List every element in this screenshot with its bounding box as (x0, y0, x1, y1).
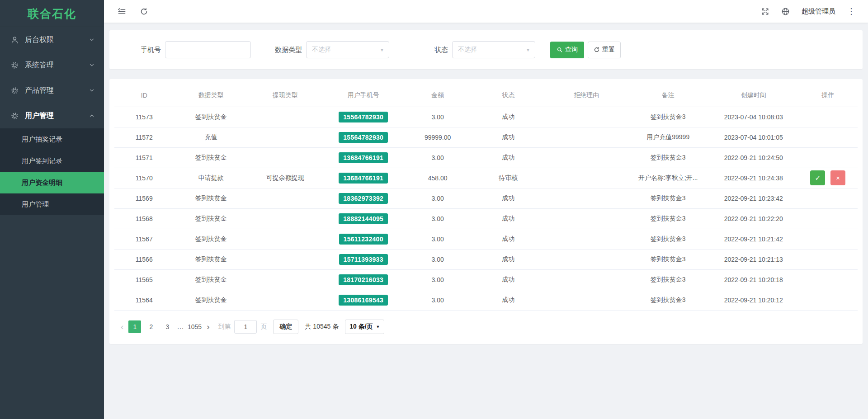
cell-data-type: 签到扶贫金 (174, 290, 248, 310)
phone-badge: 18362973392 (339, 193, 388, 204)
sidebar-item-user-management[interactable]: 用户管理 (0, 103, 104, 128)
reject-button[interactable]: × (830, 170, 845, 185)
cell-withdraw-type: 可提余额提现 (248, 168, 322, 188)
data-type-select-value: 不选择 (312, 46, 331, 54)
page-button-3[interactable]: 3 (161, 320, 174, 333)
admin-user-menu[interactable]: 超级管理员 (802, 7, 835, 16)
table-row: 11568 签到扶贫金 18882144095 3.00 成功 签到扶贫金3 2… (114, 208, 858, 229)
data-type-select[interactable]: 不选择 ▼ (306, 41, 389, 58)
cell-withdraw-type (248, 127, 322, 147)
cell-data-type: 签到扶贫金 (174, 229, 248, 249)
sidebar-item-label: 用户管理 (25, 111, 89, 121)
records-table: ID 数据类型 提现类型 用户手机号 金额 状态 拒绝理由 备注 创建时间 操作 (114, 85, 858, 311)
cell-status: 成功 (471, 269, 545, 290)
cell-actions (798, 229, 858, 249)
cell-reject-reason (545, 188, 627, 208)
phone-filter-input[interactable] (165, 41, 251, 58)
phone-filter-label: 手机号 (141, 46, 161, 54)
cell-withdraw-type (248, 107, 322, 127)
cell-amount: 3.00 (404, 188, 471, 208)
cell-amount: 3.00 (404, 208, 471, 229)
cell-status: 成功 (471, 290, 545, 310)
status-select[interactable]: 不选择 ▼ (452, 41, 535, 58)
cell-id: 11564 (114, 290, 174, 310)
cell-status: 成功 (471, 249, 545, 269)
sidebar-subitem-lottery-records[interactable]: 用户抽奖记录 (0, 128, 104, 150)
cell-reject-reason (545, 107, 627, 127)
cell-amount: 3.00 (404, 229, 471, 249)
cell-status: 成功 (471, 229, 545, 249)
table-row: 11573 签到扶贫金 15564782930 3.00 成功 签到扶贫金3 2… (114, 107, 858, 127)
cell-id: 11568 (114, 208, 174, 229)
chevron-up-icon (89, 113, 95, 119)
sidebar-submenu: 用户抽奖记录 用户签到记录 用户资金明细 用户管理 (0, 128, 104, 215)
page-button-2[interactable]: 2 (145, 320, 157, 333)
records-table-card: ID 数据类型 提现类型 用户手机号 金额 状态 拒绝理由 备注 创建时间 操作 (109, 79, 863, 344)
sidebar-subitem-signin-records[interactable]: 用户签到记录 (0, 150, 104, 172)
goto-page-input[interactable] (234, 320, 257, 334)
cell-reject-reason (545, 229, 627, 249)
cell-reject-reason (545, 147, 627, 168)
cell-created-at: 2023-07-04 10:01:05 (709, 127, 798, 147)
gear-icon (10, 61, 19, 70)
sidebar-item-label: 产品管理 (25, 86, 89, 95)
col-status: 状态 (471, 85, 545, 107)
chevron-down-icon (89, 87, 95, 94)
total-count-label: 共 10545 条 (305, 323, 339, 331)
fullscreen-icon[interactable] (761, 7, 769, 16)
sidebar-subitem-user-management[interactable]: 用户管理 (0, 193, 104, 215)
page-content: 手机号 数据类型 不选择 ▼ 状态 不选择 ▼ (104, 23, 868, 419)
more-options-icon[interactable]: ⋮ (847, 7, 855, 15)
next-page-button[interactable]: › (203, 322, 212, 332)
reset-button[interactable]: 重置 (588, 42, 621, 58)
cell-withdraw-type (248, 208, 322, 229)
pagination: ‹ 1 2 3 ... 1055 › 到第 页 确定 共 10545 条 10 … (118, 320, 858, 334)
cell-status: 待审核 (471, 168, 545, 188)
table-header-row: ID 数据类型 提现类型 用户手机号 金额 状态 拒绝理由 备注 创建时间 操作 (114, 85, 858, 107)
cell-remark: 签到扶贫金3 (627, 147, 709, 168)
cell-id: 11567 (114, 229, 174, 249)
cell-actions: ✓ × (798, 168, 858, 188)
reset-icon (594, 47, 600, 53)
cell-actions (798, 290, 858, 310)
caret-down-icon: ▼ (526, 47, 530, 52)
cell-reject-reason (545, 269, 627, 290)
cell-amount: 3.00 (404, 107, 471, 127)
approve-button[interactable]: ✓ (810, 170, 825, 185)
page-button-1[interactable]: 1 (128, 320, 141, 333)
cell-reject-reason (545, 249, 627, 269)
cell-status: 成功 (471, 208, 545, 229)
sidebar-item-system-management[interactable]: 系统管理 (0, 52, 104, 78)
cell-reject-reason (545, 168, 627, 188)
page-size-select[interactable]: 10 条/页 ▼ (345, 320, 384, 334)
table-row: 11570 申请提款 可提余额提现 13684766191 458.00 待审核… (114, 168, 858, 188)
cell-created-at: 2022-09-21 10:23:42 (709, 188, 798, 208)
prev-page-button[interactable]: ‹ (118, 322, 127, 332)
cell-reject-reason (545, 208, 627, 229)
cell-amount: 458.00 (404, 168, 471, 188)
cell-status: 成功 (471, 127, 545, 147)
sidebar-item-backend-permissions[interactable]: 后台权限 (0, 27, 104, 52)
sidebar-subitem-fund-details[interactable]: 用户资金明细 (0, 172, 104, 193)
sidebar-item-product-management[interactable]: 产品管理 (0, 78, 104, 103)
cell-actions (798, 208, 858, 229)
globe-icon[interactable] (781, 7, 790, 16)
cell-created-at: 2022-09-21 10:21:13 (709, 249, 798, 269)
menu-fold-icon[interactable] (118, 7, 126, 16)
refresh-icon[interactable] (140, 7, 148, 16)
page-button-last[interactable]: 1055 (188, 320, 202, 333)
cell-actions (798, 107, 858, 127)
cell-remark: 签到扶贫金3 (627, 188, 709, 208)
cell-withdraw-type (248, 249, 322, 269)
cell-amount: 3.00 (404, 249, 471, 269)
cell-id: 11570 (114, 168, 174, 188)
cell-reject-reason (545, 290, 627, 310)
cell-created-at: 2023-07-04 10:08:03 (709, 107, 798, 127)
chevron-down-icon (89, 62, 95, 68)
goto-confirm-button[interactable]: 确定 (273, 320, 298, 334)
phone-badge: 15564782930 (339, 132, 388, 143)
cell-remark: 签到扶贫金3 (627, 290, 709, 310)
table-row: 11565 签到扶贫金 18170216033 3.00 成功 签到扶贫金3 2… (114, 269, 858, 290)
search-button[interactable]: 查询 (550, 42, 584, 58)
sidebar: 联合石化 后台权限 (0, 0, 104, 419)
